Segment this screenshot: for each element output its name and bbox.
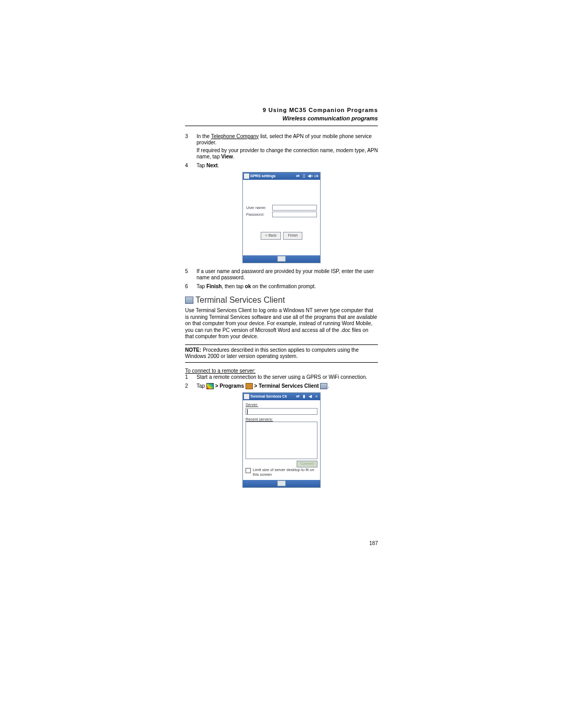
step-text: Start a remote connection to the server … bbox=[197, 374, 378, 381]
chapter-title: 9 Using MC35 Companion Programs bbox=[185, 107, 378, 114]
step-text: Tap Next. bbox=[197, 163, 378, 169]
volume-icon: ◀ bbox=[308, 394, 313, 399]
server-label: Server: bbox=[246, 402, 317, 407]
signal-icon: ▮ bbox=[301, 394, 307, 399]
step-number: 5 bbox=[185, 268, 197, 281]
terminal-services-icon bbox=[185, 297, 193, 304]
titlebar: GPRS settings ⇄ ▯ ◀× ok bbox=[243, 172, 320, 180]
text-cursor bbox=[247, 409, 248, 414]
terminal-services-icon bbox=[320, 383, 327, 389]
step-5: 5 If a user name and password are provid… bbox=[185, 268, 378, 281]
text-line: If required by your provider to change t… bbox=[197, 147, 378, 161]
page-number: 187 bbox=[369, 540, 378, 546]
step-text: Tap > Programs > Terminal Services Clien… bbox=[197, 383, 378, 390]
window-title: Terminal Services Cli bbox=[250, 394, 287, 399]
keyboard-icon[interactable] bbox=[277, 256, 286, 262]
heading-text: Terminal Services Client bbox=[195, 295, 285, 305]
username-label: User name: bbox=[246, 205, 272, 210]
gprs-settings-screenshot: GPRS settings ⇄ ▯ ◀× ok User name: Passw… bbox=[242, 172, 321, 263]
section-title-header: Wireless communication programs bbox=[185, 115, 378, 122]
windows-flag-icon bbox=[206, 383, 214, 389]
connect-button[interactable]: Connect bbox=[297, 461, 317, 467]
text: . bbox=[327, 383, 329, 389]
limit-size-label: Limit size of server desktop to fit on t… bbox=[253, 467, 317, 477]
recent-servers-label: Recent servers: bbox=[246, 417, 317, 422]
text: Tap bbox=[197, 383, 206, 389]
titlebar: Terminal Services Cli ⇄ ▮ ◀ × bbox=[243, 393, 320, 400]
recent-servers-list[interactable] bbox=[246, 422, 317, 459]
text: . bbox=[218, 163, 219, 168]
programs-label: > Programs bbox=[214, 383, 246, 389]
telephone-company-link: Telephone Company bbox=[211, 133, 259, 139]
password-row: Password: bbox=[246, 212, 317, 217]
sync-icon: ⇄ bbox=[295, 394, 300, 399]
text: Tap bbox=[197, 163, 206, 168]
content-column: 9 Using MC35 Companion Programs Wireless… bbox=[185, 107, 378, 493]
terminal-services-body: Use Terminal Services Client to log onto… bbox=[185, 307, 378, 340]
text: In the bbox=[197, 133, 211, 139]
limit-size-checkbox[interactable] bbox=[246, 468, 251, 473]
step-4: 4 Tap Next. bbox=[185, 163, 378, 169]
battery-icon: ▯ bbox=[301, 174, 307, 179]
step-number: 3 bbox=[185, 133, 197, 161]
close-icon: × bbox=[314, 394, 319, 399]
bottombar bbox=[243, 480, 320, 487]
step-text: In the Telephone Company list, select th… bbox=[197, 133, 378, 161]
window-body: User name: Password: < Back Finish bbox=[243, 180, 320, 255]
terminal-services-heading: Terminal Services Client bbox=[185, 295, 378, 305]
username-input[interactable] bbox=[272, 205, 317, 211]
server-input[interactable] bbox=[246, 408, 317, 415]
proc-step-1: 1 Start a remote connection to the serve… bbox=[185, 374, 378, 381]
step-number: 4 bbox=[185, 163, 197, 169]
text: , then tap bbox=[222, 283, 244, 289]
step-3: 3 In the Telephone Company list, select … bbox=[185, 133, 378, 161]
terminal-services-screenshot: Terminal Services Cli ⇄ ▮ ◀ × Server: Re… bbox=[242, 392, 321, 487]
keyboard-icon[interactable] bbox=[277, 480, 286, 486]
step-number: 1 bbox=[185, 374, 197, 381]
tsc-label: > Terminal Services Client bbox=[253, 383, 321, 389]
step-text: Tap Finish, then tap ok on the confirmat… bbox=[197, 283, 378, 290]
proc-step-2: 2 Tap > Programs > Terminal Services Cli… bbox=[185, 383, 378, 390]
password-label: Password: bbox=[246, 212, 272, 217]
step-text: If a user name and password are provided… bbox=[197, 268, 378, 281]
ok-icon: ok bbox=[314, 174, 319, 179]
username-row: User name: bbox=[246, 205, 317, 211]
start-flag-icon bbox=[244, 394, 249, 399]
finish-button[interactable]: Finish bbox=[283, 232, 302, 240]
step-number: 2 bbox=[185, 383, 197, 390]
text: on the confirmation prompt. bbox=[251, 283, 316, 289]
step-number: 6 bbox=[185, 283, 197, 290]
procedure-title: To connect to a remote server: bbox=[185, 368, 378, 375]
ok-label: ok bbox=[245, 283, 251, 289]
finish-label: Finish bbox=[206, 283, 222, 289]
header-rule bbox=[185, 126, 378, 126]
sync-icon: ⇄ bbox=[295, 174, 300, 179]
programs-folder-icon bbox=[246, 383, 253, 389]
volume-icon: ◀× bbox=[308, 174, 313, 179]
button-row: < Back Finish bbox=[246, 232, 317, 240]
next-label: Next bbox=[206, 163, 218, 168]
back-button[interactable]: < Back bbox=[261, 232, 282, 240]
manual-page: 9 Using MC35 Companion Programs Wireless… bbox=[0, 0, 563, 728]
text: Tap bbox=[197, 283, 206, 289]
step-6: 6 Tap Finish, then tap ok on the confirm… bbox=[185, 283, 378, 290]
password-input[interactable] bbox=[272, 212, 317, 217]
start-flag-icon bbox=[244, 174, 249, 179]
note-text: Procedures described in this section app… bbox=[185, 347, 359, 360]
limit-size-row: Limit size of server desktop to fit on t… bbox=[246, 467, 317, 477]
view-label: View bbox=[221, 154, 233, 159]
bottombar bbox=[243, 255, 320, 263]
note-label: NOTE: bbox=[185, 347, 203, 353]
window-title: GPRS settings bbox=[250, 174, 276, 179]
window-body: Server: Recent servers: Connect Limit si… bbox=[243, 400, 320, 479]
text: . bbox=[233, 154, 235, 159]
note-box: NOTE: Procedures described in this secti… bbox=[185, 344, 378, 363]
